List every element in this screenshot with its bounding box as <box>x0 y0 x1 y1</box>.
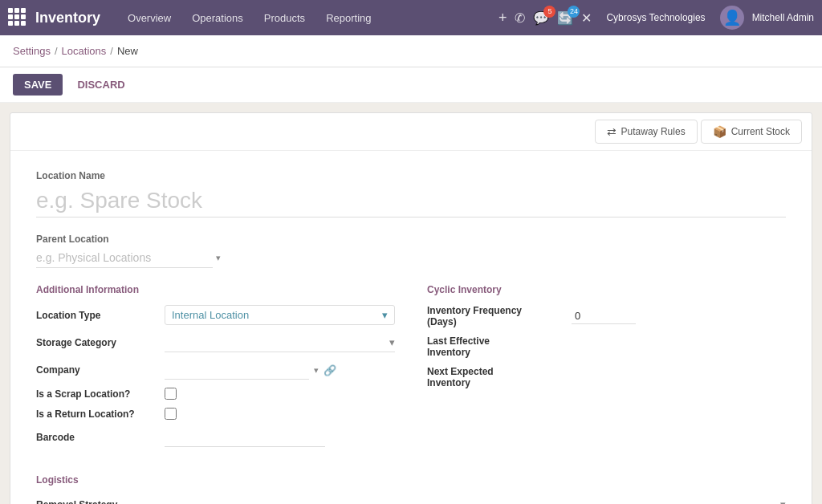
putaway-icon: ⇄ <box>607 125 616 138</box>
inventory-frequency-label: Inventory Frequency(Days) <box>427 305 572 327</box>
menu-item-products[interactable]: Products <box>256 9 313 27</box>
company-dropdown-arrow[interactable]: ▾ <box>314 365 319 376</box>
storage-category-row: Storage Category ▾ <box>36 333 395 352</box>
location-name-input[interactable] <box>36 185 786 217</box>
breadcrumb-settings[interactable]: Settings <box>13 45 51 57</box>
top-navigation: Inventory Overview Operations Products R… <box>0 0 822 35</box>
cyclic-inventory-title: Cyclic Inventory <box>427 284 786 295</box>
location-name-group: Location Name <box>36 170 786 217</box>
breadcrumb-locations[interactable]: Locations <box>62 45 107 57</box>
phone-icon[interactable]: ✆ <box>515 10 525 26</box>
parent-location-group: Parent Location ▾ <box>36 234 786 268</box>
parent-location-input[interactable] <box>36 248 213 268</box>
tab-current-stock[interactable]: 📦 Current Stock <box>701 120 802 144</box>
scrap-location-checkbox[interactable] <box>165 388 177 400</box>
next-expected-label: Next ExpectedInventory <box>427 366 572 388</box>
inventory-frequency-row: Inventory Frequency(Days) 0 <box>427 305 786 327</box>
sections-row: Additional Information Location Type Int… <box>36 284 786 455</box>
putaway-label: Putaway Rules <box>621 126 686 137</box>
parent-location-field: ▾ <box>36 248 786 268</box>
current-stock-label: Current Stock <box>731 126 790 137</box>
breadcrumb: Settings / Locations / New <box>0 35 822 67</box>
parent-location-dropdown-arrow[interactable]: ▾ <box>216 253 221 263</box>
plus-icon[interactable]: + <box>498 10 507 26</box>
storage-category-label: Storage Category <box>36 337 165 348</box>
breadcrumb-new: New <box>117 45 138 57</box>
location-type-arrow: ▾ <box>382 309 388 321</box>
company-label: Company <box>36 364 165 376</box>
logistics-section: Logistics Removal Strategy ▾ <box>36 474 786 504</box>
save-button[interactable]: SAVE <box>13 74 63 96</box>
close-icon[interactable]: ✕ <box>581 10 592 26</box>
form-body: Location Name Parent Location ▾ Addition… <box>10 151 812 504</box>
additional-info-section: Additional Information Location Type Int… <box>36 284 395 455</box>
barcode-row: Barcode <box>36 428 395 447</box>
last-effective-row: Last EffectiveInventory <box>427 335 786 358</box>
return-location-row: Is a Return Location? <box>36 408 395 420</box>
storage-category-arrow: ▾ <box>389 336 395 348</box>
location-name-label: Location Name <box>36 170 786 181</box>
tab-putaway-rules[interactable]: ⇄ Putaway Rules <box>595 120 698 144</box>
menu-item-overview[interactable]: Overview <box>120 9 179 27</box>
removal-strategy-label: Removal Strategy <box>36 499 165 504</box>
logistics-title: Logistics <box>36 474 786 486</box>
breadcrumb-sep-1: / <box>55 45 58 57</box>
top-menu: Overview Operations Products Reporting <box>120 9 498 27</box>
parent-location-label: Parent Location <box>36 234 786 245</box>
top-actions: + ✆ 💬 5 🔄 24 ✕ Cybrosys Technologies 👤 M… <box>498 6 814 30</box>
location-type-label: Location Type <box>36 310 165 321</box>
app-brand[interactable]: Inventory <box>35 10 100 26</box>
breadcrumb-sep-2: / <box>110 45 113 57</box>
next-expected-row: Next ExpectedInventory <box>427 366 786 388</box>
return-location-label: Is a Return Location? <box>36 408 165 420</box>
removal-strategy-row: Removal Strategy ▾ <box>36 495 786 504</box>
scrap-location-label: Is a Scrap Location? <box>36 388 165 400</box>
location-type-value: Internal Location <box>172 309 249 321</box>
user-avatar[interactable]: 👤 <box>720 6 744 30</box>
refresh-icon[interactable]: 🔄 24 <box>557 10 573 26</box>
company-field: Cybrosys Technologies ▾ 🔗 <box>165 360 395 380</box>
main-content: ⇄ Putaway Rules 📦 Current Stock Location… <box>10 112 812 504</box>
location-type-select[interactable]: Internal Location ▾ <box>165 305 395 325</box>
company-input[interactable]: Cybrosys Technologies <box>165 360 309 380</box>
current-stock-icon: 📦 <box>713 125 726 138</box>
company-external-link[interactable]: 🔗 <box>324 364 336 376</box>
scrap-location-row: Is a Scrap Location? <box>36 388 395 400</box>
inventory-frequency-value[interactable]: 0 <box>572 308 636 324</box>
company-name: Cybrosys Technologies <box>606 12 705 23</box>
chat-icon[interactable]: 💬 5 <box>533 10 549 26</box>
chat-badge: 5 <box>543 6 555 18</box>
barcode-input[interactable] <box>165 428 325 447</box>
removal-strategy-select[interactable]: ▾ <box>165 495 786 504</box>
company-row: Company Cybrosys Technologies ▾ 🔗 <box>36 360 395 380</box>
menu-item-reporting[interactable]: Reporting <box>318 9 379 27</box>
cyclic-inventory-section: Cyclic Inventory Inventory Frequency(Day… <box>427 284 786 455</box>
return-location-checkbox[interactable] <box>165 408 177 420</box>
form-toolbar: SAVE DISCARD <box>0 67 822 103</box>
app-grid-icon[interactable] <box>8 8 27 27</box>
refresh-badge: 24 <box>568 6 580 18</box>
discard-button[interactable]: DISCARD <box>69 74 132 96</box>
tab-bar: ⇄ Putaway Rules 📦 Current Stock <box>10 113 812 151</box>
menu-item-operations[interactable]: Operations <box>184 9 251 27</box>
removal-strategy-arrow: ▾ <box>780 498 786 504</box>
storage-category-select[interactable]: ▾ <box>165 333 395 352</box>
barcode-label: Barcode <box>36 432 165 443</box>
additional-info-title: Additional Information <box>36 284 395 295</box>
last-effective-label: Last EffectiveInventory <box>427 335 572 358</box>
user-name: Mitchell Admin <box>752 12 814 23</box>
location-type-row: Location Type Internal Location ▾ <box>36 305 395 325</box>
